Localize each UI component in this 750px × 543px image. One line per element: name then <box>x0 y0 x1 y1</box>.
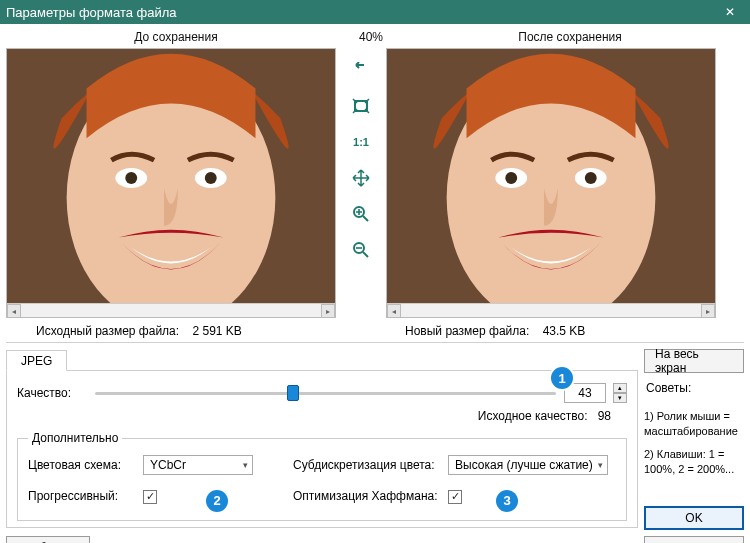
quality-label: Качество: <box>17 386 87 400</box>
svg-point-13 <box>505 172 517 184</box>
divider <box>6 342 744 343</box>
slider-thumb[interactable] <box>287 385 299 401</box>
face-illustration <box>7 49 335 303</box>
color-scheme-dropdown[interactable]: YCbCr ▾ <box>143 455 253 475</box>
original-size-label: Исходный размер файла: <box>36 324 179 338</box>
source-quality-label: Исходное качество: <box>478 409 588 423</box>
right-column: На весь экран Советы: 1) Ролик мыши = ма… <box>644 349 744 543</box>
swap-icon[interactable] <box>347 58 375 82</box>
huffman-label: Оптимизация Хаффмана: <box>293 489 448 503</box>
quality-spin-up[interactable]: ▴ <box>613 383 627 393</box>
ok-button[interactable]: OK <box>644 506 744 530</box>
hints-title: Советы: <box>646 381 744 395</box>
scrollbar-after[interactable]: ◂ ▸ <box>387 303 715 317</box>
cancel-button[interactable]: Отмена <box>644 536 744 544</box>
quality-input[interactable] <box>564 383 606 403</box>
quality-row: Качество: ▴ ▾ <box>17 381 627 405</box>
subsampling-value: Высокая (лучше сжатие) <box>455 458 593 472</box>
original-size-value: 2 591 KB <box>192 324 241 338</box>
titlebar: Параметры формата файла ✕ <box>0 0 750 24</box>
window-title: Параметры формата файла <box>6 5 716 20</box>
hint-1: 1) Ролик мыши = масштабирование <box>644 409 744 439</box>
scroll-right-icon[interactable]: ▸ <box>701 304 715 318</box>
before-label: До сохранения <box>6 30 346 44</box>
huffman-checkbox[interactable]: ✓ <box>448 490 462 504</box>
close-button[interactable]: ✕ <box>716 2 744 22</box>
svg-point-14 <box>585 172 597 184</box>
source-quality-value: 98 <box>598 409 611 423</box>
scroll-left-icon[interactable]: ◂ <box>7 304 21 318</box>
new-size-value: 43.5 KB <box>543 324 586 338</box>
svg-point-4 <box>125 172 137 184</box>
source-quality-row: Исходное качество: 98 <box>17 409 611 423</box>
chevron-down-icon: ▾ <box>598 460 603 470</box>
stats-row: Исходный размер файла: 2 591 KB Новый ра… <box>6 324 744 338</box>
progressive-checkbox[interactable]: ✓ <box>143 490 157 504</box>
fullscreen-button[interactable]: На весь экран <box>644 349 744 373</box>
face-illustration <box>387 49 715 303</box>
hint-2: 2) Клавиши: 1 = 100%, 2 = 200%... <box>644 447 744 477</box>
color-scheme-label: Цветовая схема: <box>28 458 143 472</box>
advanced-legend: Дополнительно <box>28 431 122 445</box>
svg-point-5 <box>205 172 217 184</box>
chevron-down-icon: ▾ <box>243 460 248 470</box>
reset-button[interactable]: Сброс <box>6 536 90 544</box>
preview-after: ◂ ▸ <box>386 48 716 318</box>
zoom-percent: 40% <box>346 30 396 44</box>
zoom-out-icon[interactable] <box>347 238 375 262</box>
close-icon: ✕ <box>725 5 735 19</box>
scroll-right-icon[interactable]: ▸ <box>321 304 335 318</box>
subsampling-dropdown[interactable]: Высокая (лучше сжатие) ▾ <box>448 455 608 475</box>
quality-spinner: ▴ ▾ <box>613 383 627 403</box>
pan-icon[interactable] <box>347 166 375 190</box>
after-label: После сохранения <box>396 30 744 44</box>
subsampling-label: Субдискретизация цвета: <box>293 458 448 472</box>
advanced-fieldset: Дополнительно Цветовая схема: YCbCr ▾ Су… <box>17 431 627 521</box>
preview-before: ◂ ▸ <box>6 48 336 318</box>
tab-strip: JPEG <box>6 349 638 371</box>
quality-spin-down[interactable]: ▾ <box>613 393 627 403</box>
tab-jpeg[interactable]: JPEG <box>6 350 67 371</box>
preview-before-image[interactable] <box>7 49 335 303</box>
settings-panel: JPEG Качество: ▴ ▾ Исходное кач <box>6 349 638 543</box>
preview-row: ◂ ▸ 1:1 <box>6 48 744 318</box>
scrollbar-before[interactable]: ◂ ▸ <box>7 303 335 317</box>
color-scheme-value: YCbCr <box>150 458 186 472</box>
progressive-label: Прогрессивный: <box>28 489 143 503</box>
preview-header: До сохранения 40% После сохранения <box>6 28 744 46</box>
quality-slider[interactable] <box>95 381 556 405</box>
zoom-in-icon[interactable] <box>347 202 375 226</box>
fit-screen-icon[interactable] <box>347 94 375 118</box>
slider-track <box>95 392 556 395</box>
actual-size-icon[interactable]: 1:1 <box>347 130 375 154</box>
scroll-left-icon[interactable]: ◂ <box>387 304 401 318</box>
new-size-label: Новый размер файла: <box>405 324 529 338</box>
preview-after-image[interactable] <box>387 49 715 303</box>
tool-column: 1:1 <box>338 48 384 318</box>
